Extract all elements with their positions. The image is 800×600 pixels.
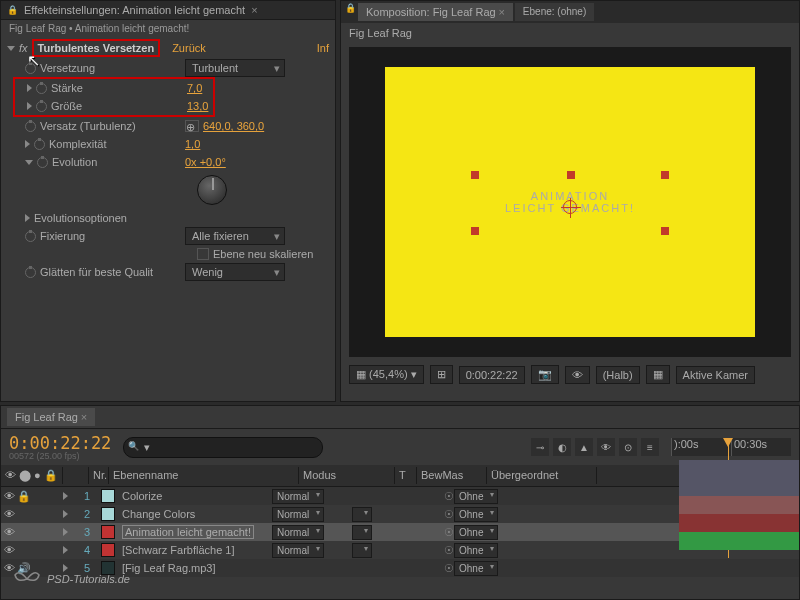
parent-dropdown[interactable]: Ohne <box>454 543 498 558</box>
search-input[interactable]: ▾ <box>123 437 323 458</box>
selection-handle[interactable] <box>567 171 575 179</box>
layer-name[interactable]: Change Colors <box>96 507 272 521</box>
selection-handle[interactable] <box>661 171 669 179</box>
stopwatch-icon[interactable] <box>34 139 45 150</box>
tab-layer[interactable]: Ebene: (ohne) <box>515 3 594 21</box>
layer-name[interactable]: [Schwarz Farbfläche 1] <box>96 543 272 557</box>
tool-icon[interactable]: ⊸ <box>531 438 549 456</box>
evolution-value[interactable]: 0x +0,0° <box>185 156 226 168</box>
effect-name[interactable]: Turbulentes Versetzen <box>32 39 161 57</box>
selection-handle[interactable] <box>661 227 669 235</box>
parent-dropdown[interactable]: Ohne <box>454 507 498 522</box>
groesse-value[interactable]: 13,0 <box>187 100 208 112</box>
mode-dropdown[interactable]: Normal <box>272 525 324 540</box>
expand-icon[interactable] <box>63 510 68 518</box>
trkmat-dropdown[interactable] <box>352 543 372 558</box>
resolution-control[interactable]: ⊞ <box>430 365 453 384</box>
layer-name[interactable]: Colorize <box>96 489 272 503</box>
current-timecode[interactable]: 0:00:22:22 <box>9 433 111 453</box>
effect-header-row: fx Turbulentes Versetzen Zurück Inf <box>1 37 335 59</box>
zoom-dropdown[interactable]: ▦ (45,4%) ▾ <box>349 365 424 384</box>
stopwatch-icon[interactable] <box>36 83 47 94</box>
tool-icon[interactable]: ≡ <box>641 438 659 456</box>
quality-dropdown[interactable]: (Halb) <box>596 366 640 384</box>
viewport[interactable]: ANIMATION LEICHT GEMACHT! <box>349 47 791 357</box>
tool-icon[interactable]: ⊙ <box>619 438 637 456</box>
mode-dropdown[interactable]: Normal <box>272 489 324 504</box>
komplex-value[interactable]: 1,0 <box>185 138 200 150</box>
lock-icon[interactable]: 🔒 <box>7 5 18 15</box>
color-swatch[interactable] <box>101 525 115 539</box>
info-link[interactable]: Inf <box>317 42 329 54</box>
stopwatch-icon[interactable] <box>25 63 36 74</box>
snapshot-icon[interactable]: 📷 <box>531 365 559 384</box>
versetzung-dropdown[interactable]: Turbulent <box>185 59 285 77</box>
stopwatch-icon[interactable] <box>25 267 36 278</box>
glaetten-dropdown[interactable]: Wenig <box>185 263 285 281</box>
expand-icon[interactable] <box>27 102 32 110</box>
pickwhip-icon[interactable]: ☉ <box>444 508 454 521</box>
expand-icon[interactable] <box>27 84 32 92</box>
color-swatch[interactable] <box>101 507 115 521</box>
trkmat-dropdown[interactable] <box>352 525 372 540</box>
color-swatch[interactable] <box>101 489 115 503</box>
pickwhip-icon[interactable]: ☉ <box>444 544 454 557</box>
tool-icon[interactable]: ▲ <box>575 438 593 456</box>
versatz-value[interactable]: 640,0, 360,0 <box>203 120 264 132</box>
channel-icon[interactable]: 👁 <box>565 366 590 384</box>
expand-icon[interactable] <box>63 492 68 500</box>
lock-icon[interactable]: 🔒 <box>17 490 31 503</box>
close-icon[interactable]: × <box>251 4 257 16</box>
tool-icon[interactable]: ◐ <box>553 438 571 456</box>
selection-handle[interactable] <box>471 171 479 179</box>
canvas[interactable]: ANIMATION LEICHT GEMACHT! <box>385 67 755 337</box>
expand-icon[interactable] <box>25 214 30 222</box>
mode-dropdown[interactable]: Normal <box>272 507 324 522</box>
staerke-value[interactable]: 7,0 <box>187 82 202 94</box>
track-bar[interactable] <box>679 496 799 514</box>
tab-timeline[interactable]: Fig Leaf Rag × <box>7 408 95 426</box>
color-swatch[interactable] <box>101 543 115 557</box>
stopwatch-icon[interactable] <box>25 121 36 132</box>
layer-name[interactable]: Animation leicht gemacht! <box>96 525 272 539</box>
parent-dropdown[interactable]: Ohne <box>454 561 498 576</box>
fixierung-dropdown[interactable]: Alle fixieren <box>185 227 285 245</box>
expand-icon[interactable] <box>63 528 68 536</box>
track-bar[interactable] <box>679 460 799 478</box>
position-icon[interactable]: ⊕ <box>185 120 199 132</box>
visibility-toggle[interactable]: 👁 <box>1 544 17 556</box>
stopwatch-icon[interactable] <box>37 157 48 168</box>
lock-icon[interactable]: 🔒 <box>345 3 356 21</box>
expand-icon[interactable] <box>25 140 30 148</box>
track-area[interactable] <box>679 460 799 550</box>
visibility-toggle[interactable]: 👁 <box>1 526 17 538</box>
collapse-icon[interactable] <box>7 46 15 51</box>
pickwhip-icon[interactable]: ☉ <box>444 490 454 503</box>
tool-icon[interactable]: 👁 <box>597 438 615 456</box>
tab-composition[interactable]: Komposition: Fig Leaf Rag × <box>358 3 513 21</box>
selection-handle[interactable] <box>471 227 479 235</box>
stopwatch-icon[interactable] <box>36 101 47 112</box>
evolution-dial[interactable] <box>197 175 227 205</box>
reset-link[interactable]: Zurück <box>172 42 206 54</box>
expand-icon[interactable] <box>25 160 33 165</box>
track-bar[interactable] <box>679 478 799 496</box>
time-display[interactable]: 0:00:22:22 <box>459 366 525 384</box>
track-bar[interactable] <box>679 532 799 550</box>
parent-dropdown[interactable]: Ohne <box>454 525 498 540</box>
comp-tabs: 🔒 Komposition: Fig Leaf Rag × Ebene: (oh… <box>341 1 799 23</box>
camera-dropdown[interactable]: Aktive Kamer <box>676 366 755 384</box>
visibility-toggle[interactable]: 👁 <box>1 490 17 502</box>
track-bar[interactable] <box>679 514 799 532</box>
view-control[interactable]: ▦ <box>646 365 670 384</box>
mode-dropdown[interactable]: Normal <box>272 543 324 558</box>
pickwhip-icon[interactable]: ☉ <box>444 562 454 575</box>
comp-subtab[interactable]: Fig Leaf Rag <box>341 23 799 43</box>
parent-dropdown[interactable]: Ohne <box>454 489 498 504</box>
expand-icon[interactable] <box>63 546 68 554</box>
pickwhip-icon[interactable]: ☉ <box>444 526 454 539</box>
trkmat-dropdown[interactable] <box>352 507 372 522</box>
anchor-point-icon[interactable] <box>563 200 577 214</box>
stopwatch-icon[interactable] <box>25 231 36 242</box>
visibility-toggle[interactable]: 👁 <box>1 508 17 520</box>
